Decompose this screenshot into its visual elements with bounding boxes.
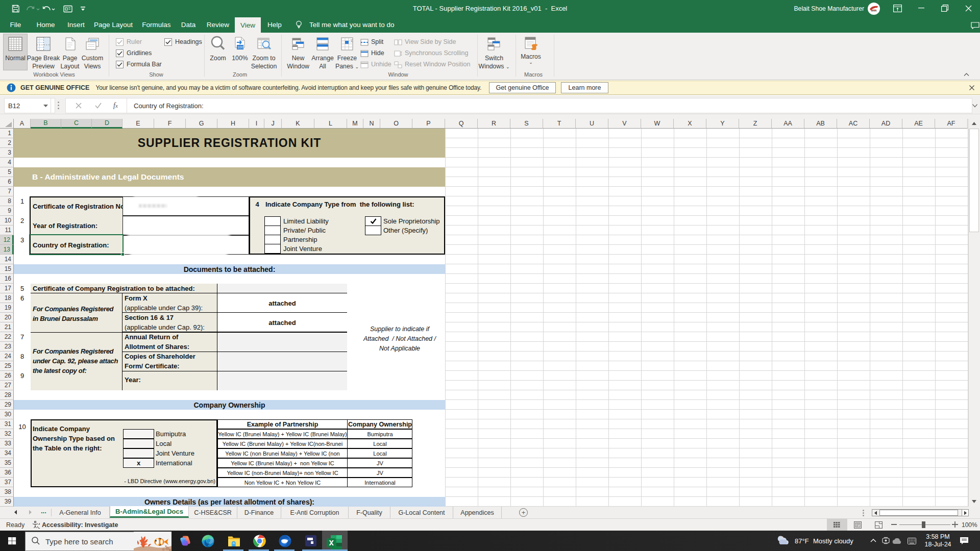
svg-text:100: 100 — [237, 45, 243, 49]
svg-text:SHOES: SHOES — [871, 10, 876, 12]
